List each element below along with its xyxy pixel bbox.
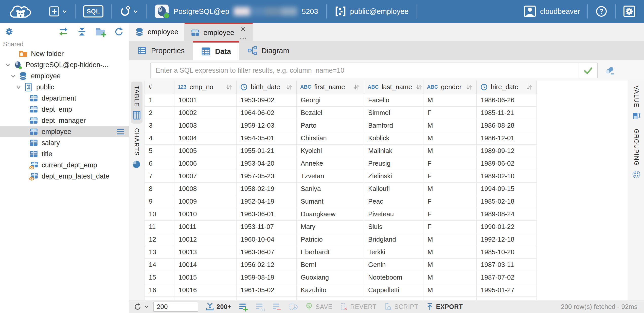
cell-hire_date[interactable]: 1989-08-24 — [477, 208, 537, 220]
cell-gender[interactable]: M — [423, 271, 477, 284]
cell-first_name[interactable]: Berni — [297, 258, 364, 271]
cell-first_name[interactable]: Sumant — [297, 195, 364, 208]
context-menu-icon[interactable] — [116, 128, 125, 135]
tree-item-dept-emp-latest-date[interactable]: dept_emp_latest_date — [0, 171, 129, 182]
presentation-tab-table[interactable]: TABLE — [131, 82, 142, 124]
cell-emp_no[interactable]: 10001 — [174, 94, 237, 106]
column-header-birth_date[interactable]: birth_date — [237, 81, 297, 94]
cell-last_name[interactable]: Zielinski — [364, 170, 423, 182]
cell-last_name[interactable]: Maliniak — [364, 144, 423, 157]
clear-filter-button[interactable] — [604, 65, 616, 76]
cell-last_name[interactable]: Cappelletti — [364, 284, 423, 296]
row-number[interactable]: 7 — [145, 170, 174, 182]
panel-tab-grouping[interactable]: GROUPING — [631, 125, 642, 183]
cell-birth_date[interactable]: 1953-04-20 — [237, 157, 297, 170]
row-number[interactable]: 5 — [145, 144, 174, 157]
cell-last_name[interactable]: Peac — [364, 195, 423, 208]
collapse-all-button[interactable] — [76, 25, 88, 38]
cell-birth_date[interactable]: 1963-06-07 — [237, 246, 297, 258]
cell-hire_date[interactable]: 1986-06-26 — [477, 94, 537, 106]
cell-birth_date[interactable]: 1960-10-04 — [237, 233, 297, 246]
tree-item-salary[interactable]: salary — [0, 137, 129, 148]
cell-emp_no[interactable]: 10007 — [174, 170, 237, 182]
cell-first_name[interactable]: Anneke — [297, 157, 364, 170]
tree-item-department[interactable]: department — [0, 93, 129, 104]
save-button[interactable]: SAVE — [305, 302, 332, 311]
cell-gender[interactable]: F — [423, 195, 477, 208]
tree-item-employee[interactable]: employee — [0, 70, 129, 82]
cell-birth_date[interactable]: 1953-11-07 — [237, 220, 297, 233]
editor-tab-table-employee[interactable]: employee — [185, 23, 253, 41]
cell-last_name[interactable]: Kalloufi — [364, 182, 423, 195]
cell-hire_date[interactable]: 1987-03-11 — [477, 258, 537, 271]
cell-last_name[interactable]: Preusig — [364, 157, 423, 170]
connection-selector[interactable]: PostgreSQL@ep 5203 — [149, 0, 324, 23]
cell-first_name[interactable]: Kazuhito — [297, 284, 364, 296]
tab-menu-icon[interactable] — [240, 37, 246, 40]
cell-emp_no[interactable]: 10005 — [174, 144, 237, 157]
cell-gender[interactable]: F — [423, 220, 477, 233]
cell-emp_no[interactable]: 10014 — [174, 258, 237, 271]
expander-icon[interactable] — [8, 70, 19, 82]
cell-birth_date[interactable]: 1954-05-01 — [237, 132, 297, 144]
cell-emp_no[interactable]: 10009 — [174, 195, 237, 208]
cell-first_name[interactable]: Duangkaew — [297, 208, 364, 220]
cell-birth_date[interactable]: 1955-01-21 — [237, 144, 297, 157]
cell-birth_date[interactable]: 1956-02-12 — [237, 258, 297, 271]
cell-last_name[interactable]: Koblick — [364, 132, 423, 144]
sort-icon[interactable] — [225, 83, 233, 91]
cell-gender[interactable]: M — [423, 119, 477, 132]
row-number-header[interactable]: # — [145, 81, 174, 94]
cell-gender[interactable]: F — [423, 106, 477, 119]
cell-gender[interactable]: F — [423, 170, 477, 182]
revert-button[interactable]: REVERT — [339, 302, 377, 311]
cell-first_name[interactable]: Chirstian — [297, 132, 364, 144]
cell-birth_date[interactable]: 1963-06-01 — [237, 208, 297, 220]
settings-button[interactable] — [618, 0, 640, 23]
cell-hire_date[interactable]: 1994-09-15 — [477, 182, 537, 195]
cell-last_name[interactable]: Bridgland — [364, 233, 423, 246]
sidebar-settings-button[interactable] — [3, 26, 15, 38]
column-header-hire_date[interactable]: hire_date — [477, 81, 537, 94]
tree-item-current-dept-emp[interactable]: current_dept_emp — [0, 160, 129, 171]
script-button[interactable]: SCRIPT — [384, 302, 418, 311]
cell-first_name[interactable]: Georgi — [297, 94, 364, 106]
row-number[interactable]: 10 — [145, 208, 174, 220]
cell-hire_date[interactable]: 1985-10-20 — [477, 246, 537, 258]
cell-hire_date[interactable]: 1992-12-18 — [477, 233, 537, 246]
cell-birth_date[interactable]: 1952-04-19 — [237, 195, 297, 208]
cell-last_name[interactable]: Terkki — [364, 246, 423, 258]
row-number[interactable]: 15 — [145, 271, 174, 284]
sort-icon[interactable] — [285, 83, 293, 91]
row-number[interactable]: 1 — [145, 94, 174, 106]
cell-hire_date[interactable]: 1986-12-01 — [477, 132, 537, 144]
refresh-result-button[interactable] — [133, 302, 149, 311]
row-number[interactable]: 13 — [145, 246, 174, 258]
cell-first_name[interactable]: Bezalel — [297, 106, 364, 119]
cell-hire_date[interactable]: 1990-01-22 — [477, 220, 537, 233]
tab-diagram[interactable]: Diagram — [239, 41, 297, 60]
cell-first_name[interactable]: Guoxiang — [297, 271, 364, 284]
tab-data[interactable]: Data — [193, 41, 239, 60]
cell-first_name[interactable]: Tzvetan — [297, 170, 364, 182]
column-header-last_name[interactable]: ABClast_name — [364, 81, 423, 94]
tree-item-employee[interactable]: employee — [0, 126, 129, 137]
driver-manager-button[interactable] — [114, 0, 144, 23]
delete-row-button[interactable] — [272, 302, 281, 311]
sort-icon[interactable] — [415, 83, 423, 91]
cell-birth_date[interactable]: 1959-12-03 — [237, 119, 297, 132]
cell-first_name[interactable]: Kyoichi — [297, 144, 364, 157]
presentation-tab-charts[interactable]: CHARTS — [131, 124, 142, 173]
cell-last_name[interactable]: Bamford — [364, 119, 423, 132]
cell-last_name[interactable]: Simmel — [364, 106, 423, 119]
tree-item-new-folder[interactable]: New folder — [0, 48, 129, 59]
refresh-tree-button[interactable] — [113, 25, 125, 38]
cell-hire_date[interactable]: 1989-02-10 — [477, 170, 537, 182]
row-number[interactable]: 16 — [145, 284, 174, 296]
duplicate-row-button[interactable]: (+) — [255, 302, 265, 311]
cell-gender[interactable]: M — [423, 132, 477, 144]
cell-emp_no[interactable]: 10010 — [174, 208, 237, 220]
cell-last_name[interactable]: Genin — [364, 258, 423, 271]
cell-last_name[interactable]: Sluis — [364, 220, 423, 233]
sort-icon[interactable] — [353, 83, 360, 91]
